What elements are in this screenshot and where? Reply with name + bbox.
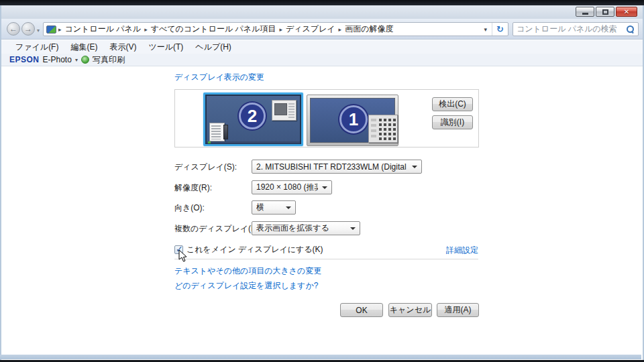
minimize-icon	[582, 13, 588, 15]
monitor-2-window-thumbnail	[272, 100, 297, 121]
display-label: ディスプレイ(S):	[174, 162, 237, 173]
screen: ✕ ← → ▾ ▸ コントロール パネル ▸ すべてのコントロール パネル項目 …	[0, 0, 644, 362]
page-title: ディスプレイ表示の変更	[174, 72, 264, 83]
multiple-displays-label: 複数のディスプレイ(M):	[174, 223, 262, 235]
thumbnail-lines	[211, 125, 221, 139]
text-size-link[interactable]: テキストやその他の項目の大きさの変更	[174, 265, 321, 277]
menu-help[interactable]: ヘルプ(H)	[189, 40, 237, 54]
monitor-1[interactable]: 1	[307, 95, 398, 146]
search-icon[interactable]	[627, 25, 635, 34]
monitor-1-number: 1	[339, 105, 368, 133]
thumbnail-lines	[288, 103, 294, 118]
which-display-link[interactable]: どのディスプレイ設定を選択しますか?	[174, 280, 318, 292]
epson-toolbar: EPSON E-Photo ▾ 写真印刷	[1, 54, 643, 66]
title-bar: ✕	[1, 5, 643, 19]
breadcrumb-display[interactable]: ディスプレイ	[283, 23, 338, 35]
breadcrumb-control-panel[interactable]: コントロール パネル	[62, 23, 144, 35]
monitor-2-selected[interactable]: 2	[203, 93, 303, 146]
window-controls: ✕	[576, 7, 637, 17]
forward-button[interactable]: →	[21, 22, 35, 36]
menu-bar: ファイル(F) 編集(E) 表示(V) ツール(T) ヘルプ(H)	[1, 40, 643, 54]
ephoto-dropdown-icon[interactable]: ▾	[75, 57, 78, 63]
photo-print-icon	[81, 56, 89, 64]
photo-print-button[interactable]: 写真印刷	[93, 54, 125, 66]
maximize-icon	[602, 9, 608, 15]
main-display-row: ✓ これをメイン ディスプレイにする(K)	[174, 244, 323, 255]
monitor-1-keypad-thumbnail	[368, 115, 398, 143]
menu-edit[interactable]: 編集(E)	[64, 40, 103, 54]
minimize-button[interactable]	[576, 7, 594, 17]
chevron-down-icon	[350, 227, 356, 230]
separator	[174, 259, 478, 259]
monitor-2-start-dot	[208, 141, 211, 143]
ephoto-button[interactable]: E-Photo	[43, 55, 72, 64]
address-dropdown-icon[interactable]: ▾	[479, 26, 492, 33]
breadcrumb-screen-resolution[interactable]: 画面の解像度	[342, 23, 396, 35]
display-select-value: 2. MITSUBISHI TFT RDT233WLM (Digital HDM…	[256, 162, 408, 172]
monitor-2-taskbar	[207, 141, 300, 143]
search-placeholder: コントロール パネルの検索	[517, 23, 627, 35]
mouse-cursor	[178, 249, 188, 263]
main-display-checkbox-label[interactable]: これをメイン ディスプレイにする(K)	[186, 244, 323, 255]
resolution-label: 解像度(R):	[174, 182, 212, 194]
chevron-down-icon	[322, 186, 327, 189]
identify-button[interactable]: 識別(I)	[432, 115, 473, 129]
monitor-2-document-thumbnail	[209, 123, 225, 141]
search-input[interactable]: コントロール パネルの検索	[513, 22, 639, 36]
thumbnail-scroll-bar	[223, 125, 228, 139]
recent-pages-dropdown-icon[interactable]: ▾	[37, 27, 40, 34]
epson-logo: EPSON	[9, 55, 40, 64]
monitor-2-number: 2	[239, 103, 266, 129]
content-area: ディスプレイ表示の変更 2	[1, 66, 643, 360]
address-bar[interactable]: ▸ コントロール パネル ▸ すべてのコントロール パネル項目 ▸ ディスプレイ…	[43, 22, 508, 36]
breadcrumb-all-items[interactable]: すべてのコントロール パネル項目	[148, 23, 279, 35]
window-frame-bottom	[0, 355, 641, 359]
monitor-1-screen: 1	[310, 98, 395, 143]
close-button[interactable]: ✕	[616, 7, 637, 17]
control-panel-window: ✕ ← → ▾ ▸ コントロール パネル ▸ すべてのコントロール パネル項目 …	[0, 5, 644, 360]
top-dark-strip	[0, 0, 644, 5]
thumbnail-pane	[274, 103, 287, 115]
display-select[interactable]: 2. MITSUBISHI TFT RDT233WLM (Digital HDM…	[252, 160, 422, 174]
monitor-2-screen: 2	[207, 96, 300, 143]
monitor-preview-panel: 2 1	[174, 89, 479, 147]
apply-button[interactable]: 適用(A)	[437, 303, 479, 317]
detect-button[interactable]: 検出(C)	[432, 97, 473, 111]
thumbnail-side-rows	[371, 119, 376, 139]
display-settings-icon	[46, 25, 56, 34]
advanced-settings-link[interactable]: 詳細設定	[446, 245, 478, 256]
orientation-label: 向き(O):	[174, 202, 205, 214]
chevron-down-icon	[412, 166, 417, 168]
menu-tools[interactable]: ツール(T)	[142, 40, 189, 54]
resolution-select-value: 1920 × 1080 (推奨)	[256, 182, 318, 193]
orientation-select[interactable]: 横	[252, 200, 296, 215]
cancel-button[interactable]: キャンセル	[388, 303, 432, 317]
ok-button[interactable]: OK	[340, 303, 383, 317]
close-icon: ✕	[624, 9, 629, 15]
menu-view[interactable]: 表示(V)	[103, 40, 142, 54]
thumbnail-key-grid	[379, 119, 396, 140]
resolution-select[interactable]: 1920 × 1080 (推奨)	[252, 180, 332, 194]
menu-file[interactable]: ファイル(F)	[9, 40, 64, 54]
back-button[interactable]: ←	[7, 22, 20, 36]
refresh-icon[interactable]: ↻	[492, 23, 508, 36]
orientation-select-value: 横	[256, 202, 282, 213]
multiple-displays-select-value: 表示画面を拡張する	[256, 223, 346, 234]
chevron-down-icon	[286, 206, 291, 209]
maximize-button[interactable]	[596, 7, 614, 17]
navigation-bar: ← → ▾ ▸ コントロール パネル ▸ すべてのコントロール パネル項目 ▸ …	[1, 19, 643, 40]
multiple-displays-select[interactable]: 表示画面を拡張する	[252, 221, 360, 235]
